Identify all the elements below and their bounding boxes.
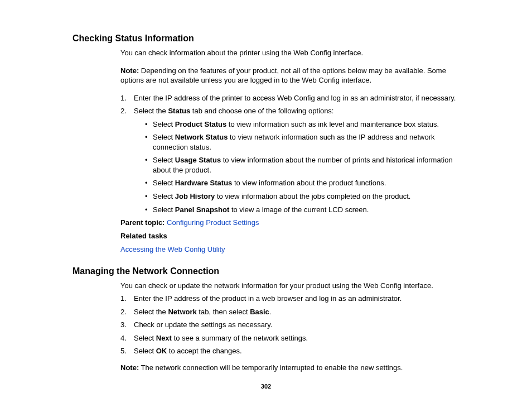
section2-content: You can check or update the network info… — [120, 281, 471, 373]
bullet-job-history: Select Job History to view information a… — [145, 191, 471, 202]
section-checking-status: Checking Status Information You can chec… — [72, 33, 471, 255]
steps-list: Enter the IP address of the printer to a… — [120, 93, 471, 214]
note2-text: The network connection will be temporari… — [139, 363, 403, 372]
nstep-3: Check or update the settings as necessar… — [120, 320, 471, 330]
nstep-2: Select the Network tab, then select Basi… — [120, 307, 471, 317]
nstep-1: Enter the IP address of the product in a… — [120, 294, 471, 304]
parent-topic: Parent topic: Configuring Product Settin… — [120, 218, 471, 228]
heading-checking-status: Checking Status Information — [72, 33, 471, 44]
bullet-network-status: Select Network Status to view network in… — [145, 132, 471, 152]
step-2: Select the Status tab and choose one of … — [120, 106, 471, 214]
bullet-panel-snapshot: Select Panel Snapshot to view a image of… — [145, 205, 471, 215]
note-label: Note: — [120, 66, 139, 75]
section2-intro: You can check or update the network info… — [120, 281, 471, 291]
heading-managing-network: Managing the Network Connection — [72, 266, 471, 276]
network-steps-list: Enter the IP address of the product in a… — [120, 294, 471, 356]
parent-topic-label: Parent topic: — [120, 218, 165, 227]
section-managing-network: Managing the Network Connection You can … — [72, 266, 471, 373]
nstep-5: Select OK to accept the changes. — [120, 346, 471, 356]
parent-topic-link[interactable]: Configuring Product Settings — [167, 218, 259, 227]
bullet-product-status: Select Product Status to view informatio… — [145, 119, 471, 130]
related-tasks-link-row: Accessing the Web Config Utility — [120, 245, 471, 255]
step2-pre: Select the — [134, 107, 168, 115]
page-number: 302 — [0, 383, 532, 390]
bullet-usage-status: Select Usage Status to view information … — [145, 155, 471, 175]
step2-post: tab and choose one of the following opti… — [190, 107, 333, 115]
related-task-link[interactable]: Accessing the Web Config Utility — [120, 245, 225, 253]
section1-content: You can check information about the prin… — [120, 48, 471, 255]
bullet-hardware-status: Select Hardware Status to view informati… — [145, 178, 471, 188]
note2-label: Note: — [120, 363, 139, 372]
intro-para: You can check information about the prin… — [120, 48, 471, 58]
note-text: Depending on the features of your produc… — [120, 66, 446, 85]
step-1: Enter the IP address of the printer to a… — [120, 93, 471, 103]
nstep-4: Select Next to see a summary of the netw… — [120, 333, 471, 343]
section2-note: Note: The network connection will be tem… — [120, 363, 471, 373]
note-para: Note: Depending on the features of your … — [120, 66, 471, 85]
related-tasks-label: Related tasks — [120, 231, 471, 241]
step2-bold: Status — [168, 107, 190, 115]
status-options-list: Select Product Status to view informatio… — [145, 119, 471, 214]
